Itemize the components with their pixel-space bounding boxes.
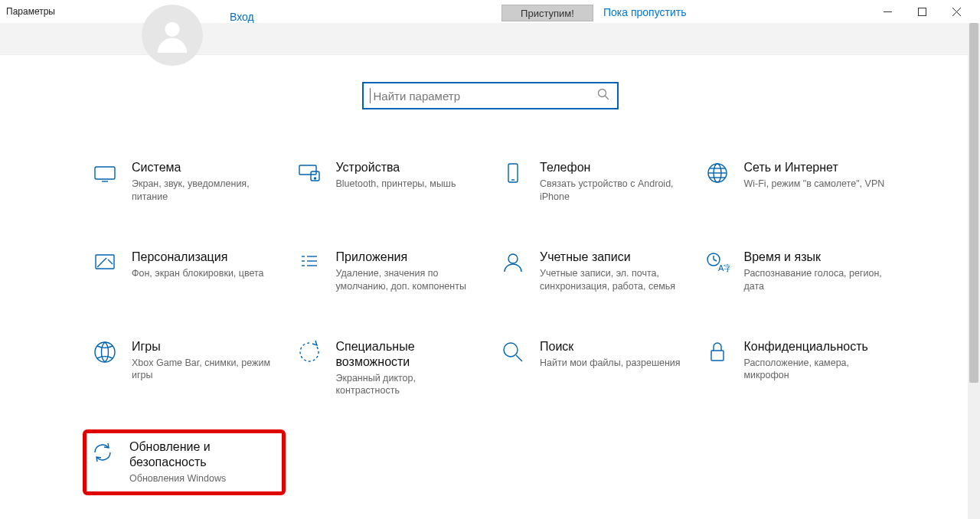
ease-of-access-icon	[296, 339, 322, 365]
skip-link[interactable]: Пока пропустить	[603, 6, 686, 18]
tile-desc: Учетные записи, эл. почта, синхронизация…	[540, 267, 684, 293]
tile-title: Игры	[132, 339, 276, 354]
tile-time[interactable]: A字 Время и языкРаспознавание голоса, рег…	[701, 245, 892, 298]
system-icon	[92, 160, 118, 186]
tile-gaming[interactable]: ИгрыXbox Game Bar, снимки, режим игры	[89, 335, 279, 403]
account-banner: Вход Приступим! Пока пропустить	[0, 23, 980, 55]
tile-title: Учетные записи	[540, 250, 684, 265]
tile-search[interactable]: ПоискНайти мои файлы, разрешения	[497, 335, 688, 403]
lock-icon	[704, 339, 730, 365]
svg-point-32	[504, 343, 518, 357]
tile-desc: Расположение, камера, микрофон	[744, 357, 889, 383]
svg-rect-34	[711, 351, 724, 361]
svg-line-29	[714, 260, 717, 261]
tile-desc: Xbox Game Bar, снимки, режим игры	[132, 357, 276, 383]
tile-desc: Wi-Fi, режим "в самолете", VPN	[744, 178, 889, 191]
tile-desc: Bluetooth, принтеры, мышь	[336, 178, 481, 191]
maximize-button[interactable]	[905, 0, 939, 23]
scrollbar[interactable]	[968, 23, 980, 519]
svg-point-31	[95, 342, 115, 362]
svg-rect-1	[919, 8, 926, 15]
minimize-button[interactable]	[871, 0, 905, 23]
tile-devices[interactable]: УстройстваBluetooth, принтеры, мышь	[293, 155, 484, 208]
tile-desc: Связать устройство с Android, iPhone	[540, 178, 684, 204]
tile-title: Поиск	[540, 339, 684, 354]
tile-desc: Экранный диктор, контрастность	[336, 372, 481, 398]
content-area: Найти параметр СистемаЭкран, звук, уведо…	[0, 55, 980, 486]
tile-desc: Экран, звук, уведомления, питание	[132, 178, 276, 204]
scrollbar-thumb[interactable]	[969, 23, 978, 383]
phone-icon	[500, 160, 526, 186]
tile-personalization[interactable]: ПерсонализацияФон, экран блокировки, цве…	[89, 245, 279, 298]
svg-line-6	[605, 96, 609, 100]
tile-apps[interactable]: ПриложенияУдаление, значения по умолчани…	[293, 245, 484, 298]
svg-rect-7	[95, 167, 115, 179]
svg-rect-9	[299, 165, 316, 175]
window-title: Параметры	[6, 6, 55, 17]
tile-title: Система	[132, 160, 276, 175]
close-button[interactable]	[939, 0, 974, 23]
search-placeholder: Найти параметр	[374, 90, 461, 103]
update-icon	[90, 439, 116, 465]
tile-network[interactable]: Сеть и ИнтернетWi-Fi, режим "в самолете"…	[701, 155, 892, 208]
personalization-icon	[92, 250, 118, 276]
accounts-icon	[500, 250, 526, 276]
tile-system[interactable]: СистемаЭкран, звук, уведомления, питание	[89, 155, 279, 208]
tile-title: Специальные возможности	[336, 339, 481, 370]
svg-point-5	[598, 90, 606, 97]
tile-title: Телефон	[540, 160, 684, 175]
svg-point-4	[165, 22, 179, 37]
svg-text:A字: A字	[718, 263, 730, 273]
tile-desc: Фон, экран блокировки, цвета	[132, 267, 276, 280]
gaming-icon	[92, 339, 118, 365]
search-input[interactable]: Найти параметр	[362, 82, 619, 109]
tile-title: Устройства	[336, 160, 481, 175]
tile-desc: Найти мои файлы, разрешения	[540, 357, 684, 370]
svg-point-11	[314, 178, 315, 179]
tile-ease-of-access[interactable]: Специальные возможностиЭкранный диктор, …	[293, 335, 484, 403]
tile-title: Приложения	[336, 250, 481, 265]
tile-update-security[interactable]: Обновление и безопасностьОбновления Wind…	[83, 429, 286, 495]
tile-desc: Удаление, значения по умолчанию, доп. ко…	[336, 267, 481, 293]
tile-title: Время и язык	[744, 250, 889, 265]
search-icon	[597, 88, 609, 103]
get-started-button[interactable]: Приступим!	[501, 5, 593, 21]
globe-icon	[704, 160, 730, 186]
tile-accounts[interactable]: Учетные записиУчетные записи, эл. почта,…	[497, 245, 688, 298]
signin-link[interactable]: Вход	[230, 11, 254, 23]
avatar	[142, 5, 203, 66]
time-language-icon: A字	[704, 250, 730, 276]
tile-privacy[interactable]: КонфиденциальностьРасположение, камера, …	[701, 335, 892, 403]
tile-title: Персонализация	[132, 250, 276, 265]
devices-icon	[296, 160, 322, 186]
tile-desc: Распознавание голоса, регион, дата	[744, 267, 889, 293]
apps-icon	[296, 250, 322, 276]
svg-line-33	[516, 355, 522, 361]
svg-point-26	[508, 254, 518, 263]
tile-title: Конфиденциальность	[744, 339, 889, 354]
tile-phone[interactable]: ТелефонСвязать устройство с Android, iPh…	[497, 155, 688, 208]
search-category-icon	[500, 339, 526, 365]
settings-grid: СистемаЭкран, звук, уведомления, питание…	[0, 155, 980, 486]
tile-title: Сеть и Интернет	[744, 160, 889, 175]
tile-title: Обновление и безопасность	[129, 439, 279, 470]
tile-desc: Обновления Windows	[129, 472, 279, 485]
